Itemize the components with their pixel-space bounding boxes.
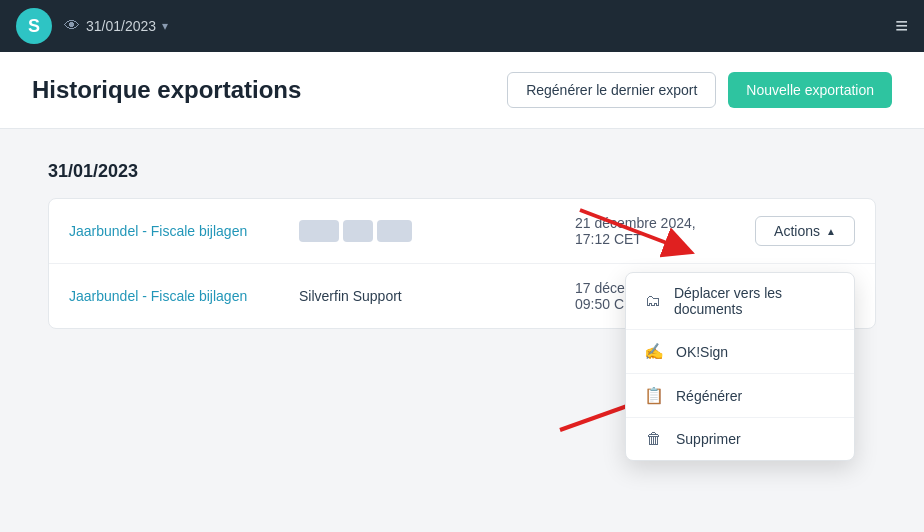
regenerate-icon: 📋 <box>644 386 664 405</box>
avatar-2 <box>343 220 373 242</box>
hamburger-menu-icon[interactable]: ≡ <box>895 13 908 39</box>
nav-date: 31/01/2023 <box>86 18 156 34</box>
folder-icon: 🗂 <box>644 292 662 310</box>
page-header: Historique exportations Regénérer le der… <box>0 52 924 129</box>
row-author-2: Silverfin Support <box>289 288 575 304</box>
table-row: Jaarbundel - Fiscale bijlagen 21 décembr… <box>49 199 875 264</box>
chevron-down-icon: ▾ <box>162 19 168 33</box>
dropdown-item-regenerate-label: Régénérer <box>676 388 742 404</box>
dropdown-item-move[interactable]: 🗂 Déplacer vers les documents <box>626 273 854 330</box>
date-badge[interactable]: 👁 31/01/2023 ▾ <box>64 17 168 35</box>
author-name: Silverfin Support <box>299 288 402 304</box>
row-author-1 <box>289 220 575 242</box>
avatar-group <box>299 220 575 242</box>
top-navigation: S 👁 31/01/2023 ▾ ≡ <box>0 0 924 52</box>
header-actions: Regénérer le dernier export Nouvelle exp… <box>507 72 892 108</box>
actions-label: Actions <box>774 223 820 239</box>
row-date-1: 21 décembre 2024,17:12 CET <box>575 215 755 247</box>
trash-icon: 🗑 <box>644 430 664 448</box>
dropdown-item-regenerate[interactable]: 📋 Régénérer <box>626 374 854 418</box>
nav-left: S 👁 31/01/2023 ▾ <box>16 8 168 44</box>
avatar-3 <box>377 220 412 242</box>
regenerate-last-export-button[interactable]: Regénérer le dernier export <box>507 72 716 108</box>
dropdown-item-delete-label: Supprimer <box>676 431 741 447</box>
export-link-1[interactable]: Jaarbundel - Fiscale bijlagen <box>69 223 289 239</box>
dropdown-item-delete[interactable]: 🗑 Supprimer <box>626 418 854 460</box>
sign-icon: ✍ <box>644 342 664 361</box>
dropdown-item-move-label: Déplacer vers les documents <box>674 285 836 317</box>
page-title: Historique exportations <box>32 76 301 104</box>
section-date: 31/01/2023 <box>48 161 876 182</box>
main-content: 31/01/2023 Jaarbundel - Fiscale bijlagen… <box>0 129 924 361</box>
new-export-button[interactable]: Nouvelle exportation <box>728 72 892 108</box>
export-link-2[interactable]: Jaarbundel - Fiscale bijlagen <box>69 288 289 304</box>
actions-dropdown: 🗂 Déplacer vers les documents ✍ OK!Sign … <box>625 272 855 461</box>
chevron-up-icon: ▲ <box>826 226 836 237</box>
actions-button[interactable]: Actions ▲ <box>755 216 855 246</box>
eye-icon: 👁 <box>64 17 80 35</box>
dropdown-item-oksign-label: OK!Sign <box>676 344 728 360</box>
exports-table: Jaarbundel - Fiscale bijlagen 21 décembr… <box>48 198 876 329</box>
avatar-1 <box>299 220 339 242</box>
logo[interactable]: S <box>16 8 52 44</box>
dropdown-item-oksign[interactable]: ✍ OK!Sign <box>626 330 854 374</box>
